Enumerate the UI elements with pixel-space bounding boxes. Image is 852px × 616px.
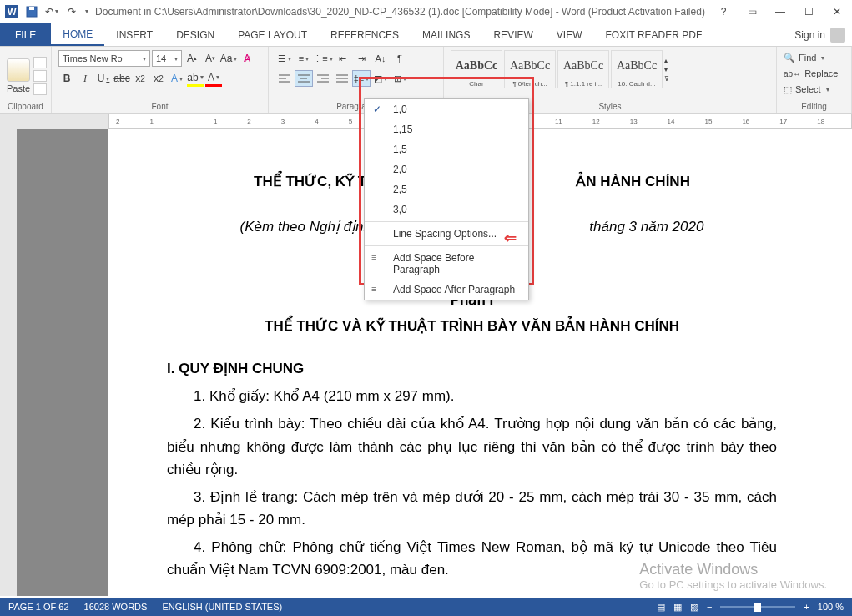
tab-foxit[interactable]: FOXIT READER PDF [593,23,713,46]
align-right-icon[interactable] [314,70,332,87]
spacing-2-5[interactable]: 2,5 [365,179,528,199]
save-icon[interactable] [23,3,40,20]
line-spacing-dropdown: 1,0 1,15 1,5 2,0 2,5 3,0 Line Spacing Op… [364,98,529,300]
shading-icon[interactable]: ◩▾ [371,70,390,87]
align-left-icon[interactable] [275,70,294,87]
window-title: Document in C:\Users\Administrator\Downl… [88,6,712,18]
undo-icon[interactable]: ↶▾ [43,3,60,20]
style-item-char[interactable]: AaBbCcChar [451,50,502,88]
decrease-indent-icon[interactable]: ⇤ [333,50,351,67]
show-marks-icon[interactable]: ¶ [391,50,409,67]
vertical-ruler[interactable] [0,129,17,596]
zoom-level[interactable]: 100 % [818,602,844,612]
styles-more-icon[interactable]: ⊽ [664,75,676,83]
redo-icon[interactable]: ↷ [63,3,80,20]
paste-button[interactable]: Paste [7,58,30,93]
zoom-in-icon[interactable]: + [804,602,809,612]
sign-in-link[interactable]: Sign in [788,23,852,48]
svg-text:W: W [8,7,17,17]
spacing-2-0[interactable]: 2,0 [365,159,528,179]
cut-icon[interactable] [33,57,47,68]
tab-view[interactable]: VIEW [545,23,594,46]
editing-label: Editing [784,102,844,111]
borders-icon[interactable]: ⊞▾ [391,70,409,87]
select-button[interactable]: ⬚Select▾ [784,82,844,97]
tab-file[interactable]: FILE [0,23,51,46]
space-before-icon: ≡ [371,252,376,262]
styles-down-icon[interactable]: ▾ [664,66,676,73]
grow-font-icon[interactable]: A▴ [184,50,200,67]
justify-icon[interactable] [333,70,351,87]
minimize-icon[interactable]: — [769,3,792,20]
add-space-after[interactable]: ≡Add Space After Paragraph [365,280,528,300]
bullets-icon[interactable]: ☰▾ [275,50,294,67]
doc-para-1: 1. Khổ giấy: Khổ A4 (210 mm x 297 mm). [167,385,777,407]
ribbon-display-icon[interactable]: ▭ [740,3,764,20]
bold-button[interactable]: B [58,70,75,87]
multilevel-icon[interactable]: ⋮≡▾ [314,50,332,67]
word-app-icon: W [3,3,20,20]
zoom-slider[interactable] [720,606,795,608]
tab-home[interactable]: HOME [51,23,104,46]
style-item-1[interactable]: AaBbCc¶ 0/ten ch... [504,50,556,88]
numbering-icon[interactable]: ≡▾ [295,50,313,67]
help-icon[interactable]: ? [712,3,735,20]
change-case-icon[interactable]: Aa▾ [220,50,237,67]
replace-button[interactable]: ab↔Replace [784,66,844,81]
doc-section-title: THỂ THỨC VÀ KỸ THUẬT TRÌNH BÀY VĂN BẢN H… [167,315,777,337]
view-web-layout-icon[interactable]: ▨ [690,602,698,613]
tab-insert[interactable]: INSERT [104,23,164,46]
tab-page-layout[interactable]: PAGE LAYOUT [226,23,319,46]
format-painter-icon[interactable] [33,83,47,95]
copy-icon[interactable] [33,70,47,82]
annotation-red-arrow-icon: ⇐ [504,229,517,247]
align-center-icon[interactable] [295,70,313,87]
maximize-icon[interactable]: ☐ [797,3,820,20]
replace-icon: ab↔ [784,69,801,78]
style-gallery[interactable]: AaBbCcChar AaBbCc¶ 0/ten ch... AaBbCc¶ 1… [451,50,769,88]
window-controls: ? ▭ — ☐ ✕ [712,3,849,20]
find-icon: 🔍 [784,53,795,63]
highlight-icon[interactable]: ab▾ [187,70,204,87]
add-space-before[interactable]: ≡Add Space Before Paragraph [365,248,528,280]
clear-format-icon[interactable]: A̷ [239,50,255,67]
font-name-select[interactable]: Times New Ro▾ [58,50,150,67]
subscript-button[interactable]: x2 [132,70,149,87]
space-after-icon: ≡ [371,284,376,294]
superscript-button[interactable]: x2 [150,70,167,87]
style-item-2[interactable]: AaBbCc¶ 1.1.1 re i... [557,50,609,88]
status-words[interactable]: 16028 WORDS [84,602,148,612]
italic-button[interactable]: I [77,70,93,87]
tab-review[interactable]: REVIEW [481,23,544,46]
view-read-mode-icon[interactable]: ▤ [657,602,665,613]
strikethrough-button[interactable]: abc [113,70,130,87]
text-effects-icon[interactable]: A▾ [169,70,185,87]
doc-heading-1: I. QUY ĐỊNH CHUNG [167,357,777,380]
style-item-3[interactable]: AaBbCc10. Cach d... [611,50,663,88]
doc-para-2: 2. Kiểu trình bày: Theo chiều dài của kh… [167,412,777,481]
spacing-1-15[interactable]: 1,15 [365,119,528,139]
font-color-icon[interactable]: A▾ [205,70,222,87]
increase-indent-icon[interactable]: ⇥ [352,50,371,67]
zoom-out-icon[interactable]: − [707,602,712,612]
tab-design[interactable]: DESIGN [164,23,226,46]
editing-group: 🔍Find▾ ab↔Replace ⬚Select▾ Editing [777,47,852,113]
spacing-1-0[interactable]: 1,0 [365,99,528,119]
shrink-font-icon[interactable]: A▾ [202,50,219,67]
tab-references[interactable]: REFERENCES [319,23,411,46]
tab-mailings[interactable]: MAILINGS [411,23,481,46]
clipboard-group: Paste Clipboard [0,47,52,113]
status-page[interactable]: PAGE 1 OF 62 [8,602,69,612]
underline-button[interactable]: U▾ [95,70,112,87]
close-icon[interactable]: ✕ [825,3,849,20]
spacing-1-5[interactable]: 1,5 [365,139,528,159]
spacing-3-0[interactable]: 3,0 [365,199,528,220]
status-language[interactable]: ENGLISH (UNITED STATES) [162,602,282,612]
font-size-select[interactable]: 14▾ [152,50,182,67]
sort-icon[interactable]: A↓ [371,50,390,67]
styles-up-icon[interactable]: ▴ [664,57,676,64]
activate-windows-watermark: Activate Windows Go to PC settings to ac… [639,561,827,591]
find-button[interactable]: 🔍Find▾ [784,50,844,65]
line-spacing-icon[interactable]: ‡≡▾ [352,70,371,87]
view-print-layout-icon[interactable]: ▦ [673,602,682,613]
